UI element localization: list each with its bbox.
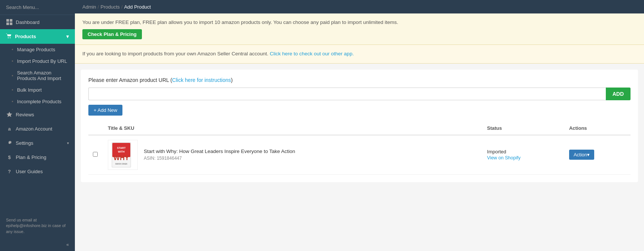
row-title-cell: START WITH WHY SIMON SINEK Start with Wh…	[103, 135, 483, 175]
cart-icon	[6, 33, 12, 40]
svg-marker-6	[6, 112, 12, 117]
add-product-card: Please enter Amazon product URL (Click h…	[81, 70, 638, 183]
sidebar-item-amazon-account[interactable]: a Amazon Account	[0, 122, 75, 136]
table-row: START WITH WHY SIMON SINEK Start with Wh…	[88, 135, 631, 175]
sidebar-item-import-by-url[interactable]: Import Product By URL	[0, 55, 75, 67]
other-app-link[interactable]: Click here to check out our other app.	[270, 51, 354, 56]
main-content: Admin / Products / Add Product You are u…	[75, 0, 644, 251]
breadcrumb-current: Add Product	[124, 4, 151, 10]
url-section: Please enter Amazon product URL (Click h…	[88, 77, 631, 116]
settings-chevron-icon: ▾	[67, 141, 69, 145]
breadcrumb-products[interactable]: Products	[100, 4, 119, 10]
svg-point-5	[10, 37, 10, 38]
row-status-cell: ImportedView on Shopify	[483, 135, 565, 175]
chevron-icon: ▾	[66, 34, 69, 39]
breadcrumb-admin: Admin	[82, 4, 96, 10]
sidebar-item-search-amazon[interactable]: Search Amazon Products And Import	[0, 67, 75, 84]
view-on-shopify-link[interactable]: View on Shopify	[487, 155, 560, 160]
row-action-cell: Action▾	[565, 135, 631, 175]
product-title: Start with Why: How Great Leaders Inspir…	[144, 149, 295, 154]
breadcrumb-sep1: /	[98, 4, 99, 10]
footer-email: Send us email at epihelp@infoshore.biz i…	[0, 214, 75, 238]
action-button[interactable]: Action▾	[569, 150, 594, 160]
col-actions: Actions	[565, 122, 631, 135]
svg-point-4	[8, 37, 9, 38]
topbar: Admin / Products / Add Product	[75, 0, 644, 13]
free-plan-banner: You are under FREE plan, FREE plan allow…	[75, 13, 644, 45]
url-input-row: ADD	[88, 88, 631, 100]
seller-central-text: If you are looking to import products fr…	[82, 51, 268, 56]
sidebar-item-manage-products[interactable]: Manage Products	[0, 44, 75, 55]
product-asin: ASIN: 1591846447	[144, 156, 295, 161]
svg-rect-3	[10, 22, 12, 25]
add-button[interactable]: ADD	[606, 88, 631, 100]
status-text: Imported	[487, 149, 560, 154]
url-input[interactable]	[88, 88, 606, 100]
sidebar-item-products[interactable]: Products ▾	[0, 29, 75, 44]
add-new-button[interactable]: + Add New	[88, 105, 122, 116]
content-area: You are under FREE plan, FREE plan allow…	[75, 13, 644, 251]
svg-text:START: START	[117, 147, 126, 149]
svg-rect-1	[10, 19, 12, 22]
sidebar-item-reviews[interactable]: Reviews	[0, 107, 75, 122]
sidebar-item-bulk-import[interactable]: Bulk Import	[0, 84, 75, 96]
row-checkbox[interactable]	[93, 152, 98, 157]
amazon-icon: a	[6, 125, 13, 132]
check-plan-button[interactable]: Check Plan & Pricing	[82, 29, 142, 39]
question-icon: ?	[6, 168, 13, 175]
product-info: Start with Why: How Great Leaders Inspir…	[144, 149, 295, 161]
sidebar-item-plan-pricing[interactable]: $ Plan & Pricing	[0, 150, 75, 164]
col-status: Status	[483, 122, 565, 135]
sidebar-item-user-guides[interactable]: ? User Guides	[0, 164, 75, 178]
breadcrumb-sep2: /	[121, 4, 123, 10]
star-icon	[6, 111, 13, 118]
product-image: START WITH WHY SIMON SINEK	[108, 140, 138, 170]
svg-rect-2	[6, 22, 9, 25]
sidebar-collapse-button[interactable]: «	[0, 238, 75, 251]
svg-rect-0	[6, 19, 9, 22]
col-checkbox	[88, 122, 103, 135]
url-label: Please enter Amazon product URL (Click h…	[88, 77, 631, 83]
search-menu[interactable]: Search Menu...	[0, 0, 75, 15]
sidebar-item-dashboard[interactable]: Dashboard	[0, 15, 75, 29]
svg-text:WITH: WITH	[118, 150, 125, 153]
grid-icon	[6, 19, 13, 25]
sidebar: Search Menu... Dashboard Products ▾ Mana…	[0, 0, 75, 251]
seller-central-banner: If you are looking to import products fr…	[75, 45, 644, 63]
instructions-link[interactable]: Click here for instructions	[172, 77, 231, 83]
free-plan-text: You are under FREE plan, FREE plan allow…	[82, 19, 398, 25]
sidebar-item-settings[interactable]: Settings ▾	[0, 136, 75, 150]
gear-icon	[6, 140, 13, 146]
products-table: Title & SKU Status Actions START WITH WH…	[88, 122, 631, 175]
svg-text:WHY: WHY	[113, 154, 129, 162]
col-title-sku: Title & SKU	[103, 122, 483, 135]
row-checkbox-cell	[88, 135, 103, 175]
sidebar-item-incomplete-products[interactable]: Incomplete Products	[0, 96, 75, 107]
svg-text:SIMON SINEK: SIMON SINEK	[115, 163, 128, 165]
dollar-icon: $	[6, 154, 13, 160]
